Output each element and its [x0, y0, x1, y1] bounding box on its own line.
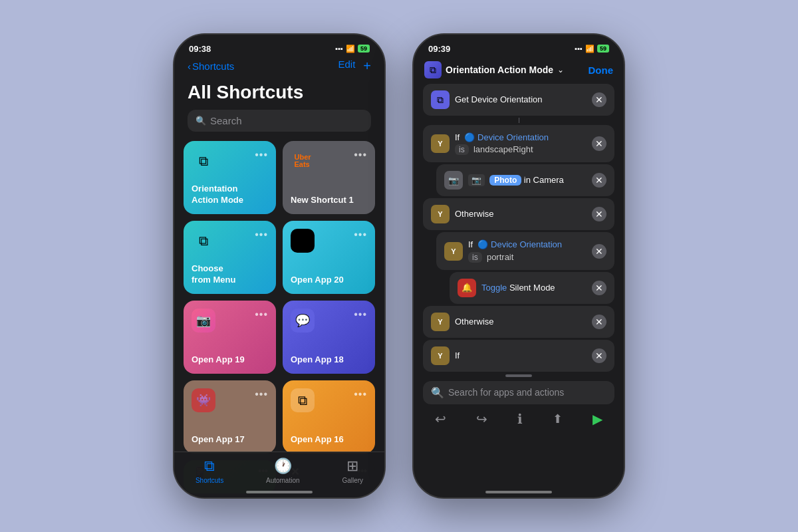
nav-gallery-label: Gallery: [342, 477, 363, 484]
remove-btn-5[interactable]: ✕: [592, 244, 606, 259]
signal-icon: ▪▪▪: [335, 45, 343, 53]
tile-app19[interactable]: 📷 ••• Open App 19: [184, 301, 276, 374]
nav-shortcuts[interactable]: ⧉ Shortcuts: [196, 458, 223, 484]
action-photo[interactable]: 📷 📷 Photo in Camera ✕: [436, 164, 614, 196]
tile-menu-btn[interactable]: •••: [354, 229, 367, 241]
action-if2[interactable]: Y If 🔵 Device Orientation is portrait ✕: [436, 232, 614, 269]
editor-search-bar[interactable]: 🔍 Search for apps and actions: [423, 381, 614, 404]
tile-app16[interactable]: ⧉ ••• Open App 16: [283, 380, 375, 454]
bell-icon: 🔔: [462, 283, 472, 293]
is-keyword-1: is: [455, 144, 469, 155]
action-get-orientation[interactable]: ⧉ Get Device Orientation ✕: [423, 84, 614, 116]
nav-gallery[interactable]: ⊞ Gallery: [342, 458, 363, 484]
action-if3[interactable]: Y If ✕: [423, 340, 614, 372]
action-text-toggle: Toggle Silent Mode: [481, 282, 587, 294]
automation-nav-icon: 🕐: [274, 458, 292, 475]
tile-app20[interactable]: ♬ ••• Open App 20: [283, 221, 375, 294]
editor-search-placeholder[interactable]: Search for apps and actions: [448, 387, 564, 398]
action-label-get-orientation: Get Device Orientation: [455, 94, 587, 106]
battery-2: 59: [597, 45, 609, 53]
tile-menu-btn[interactable]: •••: [255, 309, 268, 321]
action-list: ⧉ Get Device Orientation ✕ Y If 🔵 Device…: [414, 84, 624, 372]
editor-title-group: ⧉ Orientation Action Mode ⌄: [424, 61, 564, 78]
tile-choose[interactable]: ⧉ ••• Choosefrom Menu: [184, 221, 276, 294]
info-button[interactable]: ℹ: [517, 411, 523, 427]
action-label-otherwise2: Otherwise: [455, 316, 587, 328]
editor-nav: ⧉ Orientation Action Mode ⌄ Done: [414, 59, 624, 84]
title-section: All Shortcuts: [174, 79, 384, 110]
action-badge-orientation: ⧉: [431, 90, 450, 109]
nav-automation[interactable]: 🕐 Automation: [266, 458, 300, 484]
tile-label-orientation: OrientationAction Mode: [192, 184, 268, 206]
photo-chip[interactable]: Photo: [489, 175, 521, 186]
nav-automation-label: Automation: [266, 477, 300, 484]
tile-top: ⧉ •••: [192, 149, 268, 173]
action-toggle[interactable]: 🔔 Toggle Silent Mode ✕: [450, 272, 614, 304]
otherwise-icon-1: Y: [438, 210, 442, 218]
nav-actions: Edit +: [338, 59, 371, 74]
editor-app-icon: ⧉: [424, 61, 442, 78]
redo-button[interactable]: ↪: [476, 411, 487, 427]
remove-btn-3[interactable]: ✕: [592, 173, 606, 188]
device-orientation-link-2[interactable]: 🔵 Device Orientation: [477, 239, 562, 249]
edit-button[interactable]: Edit: [338, 59, 355, 74]
search-bar[interactable]: 🔍 Search: [188, 110, 371, 132]
wifi-icon: 📶: [346, 45, 355, 53]
action-otherwise1[interactable]: Y Otherwise ✕: [423, 198, 614, 230]
editor-search-icon: 🔍: [431, 386, 444, 399]
is-keyword-2: is: [468, 252, 482, 263]
remove-btn-1[interactable]: ✕: [592, 92, 606, 107]
action-if1[interactable]: Y If 🔵 Device Orientation is landscapeRi…: [423, 125, 614, 162]
action-otherwise2[interactable]: Y Otherwise ✕: [423, 306, 614, 338]
search-input[interactable]: Search: [210, 115, 242, 126]
phone-shortcuts: 09:38 ▪▪▪ 📶 59 ‹ Shortcuts Edit + All Sh…: [173, 33, 386, 499]
remove-btn-8[interactable]: ✕: [592, 348, 606, 363]
tile-app18[interactable]: 💬 ••• Open App 18: [283, 301, 375, 374]
remove-btn-6[interactable]: ✕: [592, 281, 606, 295]
toggle-link[interactable]: Toggle: [481, 283, 507, 293]
tile-label-app18: Open App 18: [291, 354, 367, 366]
action-badge-if3: Y: [431, 346, 450, 365]
tile-label-app16: Open App 16: [291, 434, 367, 446]
status-right-2: ▪▪▪ 📶 59: [575, 45, 609, 53]
action-text-if2: If 🔵 Device Orientation is portrait: [468, 239, 587, 263]
camera-chip: 📷: [468, 174, 485, 186]
tile-menu-btn[interactable]: •••: [255, 229, 268, 241]
device-orientation-link-1[interactable]: 🔵 Device Orientation: [464, 132, 549, 142]
tile-icon-app20: ♬: [291, 229, 315, 253]
editor-chevron-icon[interactable]: ⌄: [557, 65, 564, 74]
share-button[interactable]: ⬆: [553, 412, 563, 426]
tile-menu-btn[interactable]: •••: [354, 388, 367, 400]
if-icon-3: Y: [438, 352, 442, 360]
tile-menu-btn[interactable]: •••: [255, 388, 268, 400]
home-indicator: [246, 491, 313, 493]
tile-icon-new1: UberEats: [291, 149, 315, 173]
tile-top: ⧉ •••: [192, 229, 268, 253]
otherwise-icon-2: Y: [438, 318, 442, 326]
editor-bottom-toolbar: ↩ ↪ ℹ ⬆ ▶: [414, 407, 624, 430]
back-label: Shortcuts: [192, 61, 234, 72]
nav-bar-shortcuts: ‹ Shortcuts Edit +: [174, 59, 384, 79]
remove-btn-7[interactable]: ✕: [592, 315, 606, 329]
tile-icon-app16: ⧉: [291, 388, 315, 412]
page-title: All Shortcuts: [188, 82, 371, 103]
done-button[interactable]: Done: [589, 65, 614, 76]
tile-menu-btn[interactable]: •••: [255, 149, 268, 161]
if-icon-1: Y: [438, 140, 442, 148]
tile-label-app20: Open App 20: [291, 275, 367, 286]
tile-menu-btn[interactable]: •••: [354, 149, 367, 161]
remove-btn-2[interactable]: ✕: [592, 136, 606, 151]
play-button[interactable]: ▶: [593, 411, 602, 427]
gallery-nav-icon: ⊞: [346, 458, 358, 475]
action-label-otherwise1: Otherwise: [455, 208, 587, 220]
back-button[interactable]: ‹ Shortcuts: [188, 61, 234, 72]
shortcuts-icon: ⧉: [199, 154, 208, 169]
add-button[interactable]: +: [363, 59, 371, 74]
tile-menu-btn[interactable]: •••: [354, 309, 367, 321]
undo-button[interactable]: ↩: [435, 411, 446, 427]
tile-orientation[interactable]: ⧉ ••• OrientationAction Mode: [184, 141, 276, 214]
tile-app17[interactable]: 👾 ••• Open App 17: [184, 380, 276, 454]
tile-new1[interactable]: UberEats ••• New Shortcut 1: [283, 141, 375, 214]
remove-btn-4[interactable]: ✕: [592, 207, 606, 221]
tile-icon-choose: ⧉: [192, 229, 215, 253]
